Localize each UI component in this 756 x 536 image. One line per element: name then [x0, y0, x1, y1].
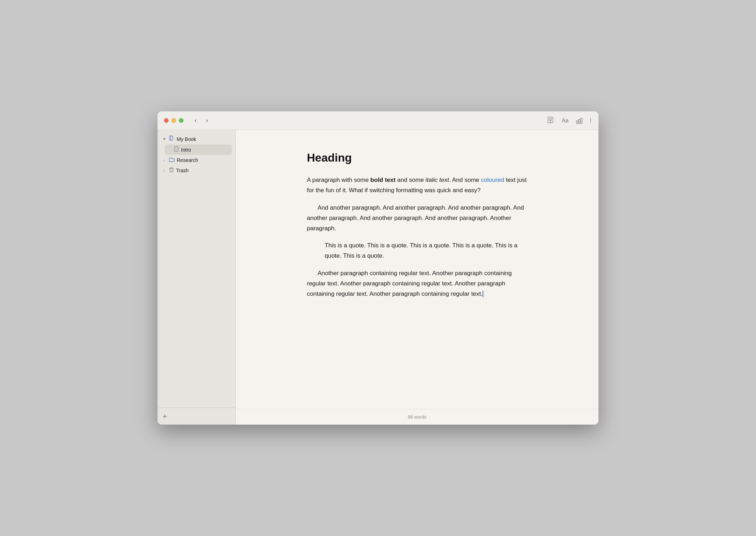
- sidebar-content: ▾ My Book Intro › Research: [158, 130, 235, 408]
- document-icon: [169, 136, 175, 142]
- para1-before-bold: A paragraph with some: [307, 177, 371, 183]
- editor-quote: This is a quote. This is a quote. This i…: [325, 241, 527, 261]
- editor-area: Heading A paragraph with some bold text …: [236, 130, 598, 425]
- para1-between: and some: [395, 177, 425, 183]
- bookmark-icon[interactable]: [547, 117, 554, 125]
- trash-icon: [169, 167, 174, 174]
- word-count: 98 words: [408, 414, 427, 420]
- editor-paragraph-3: Another paragraph containing regular tex…: [307, 268, 527, 299]
- chevron-down-icon: ▾: [163, 137, 168, 141]
- sidebar-item-label-research: Research: [177, 157, 198, 163]
- app-window: ‹ › Aa i: [158, 111, 598, 425]
- para1-italic: italic text: [426, 177, 449, 183]
- svg-rect-3: [576, 121, 578, 124]
- chart-icon[interactable]: [576, 117, 583, 124]
- sidebar-item-intro[interactable]: Intro: [165, 144, 232, 155]
- editor-footer: 98 words: [236, 409, 598, 425]
- sidebar-item-research[interactable]: › Research: [160, 155, 233, 165]
- sidebar-item-trash[interactable]: › Trash: [160, 165, 233, 175]
- document-heading: Heading: [307, 151, 527, 164]
- main-area: ▾ My Book Intro › Research: [158, 130, 598, 425]
- svg-rect-6: [170, 136, 173, 140]
- svg-line-12: [171, 169, 171, 171]
- para1-colored: coloured: [481, 177, 504, 183]
- info-icon[interactable]: i: [590, 117, 591, 124]
- text-cursor: [483, 291, 483, 297]
- font-icon[interactable]: Aa: [561, 117, 569, 124]
- sidebar-item-mybook[interactable]: ▾ My Book: [160, 134, 233, 144]
- editor-paragraph-2: And another paragraph. And another parag…: [307, 203, 527, 234]
- para1-after-italic: . And some: [449, 177, 481, 183]
- forward-button[interactable]: ›: [202, 116, 212, 126]
- toolbar-tools: Aa i: [547, 117, 598, 125]
- svg-point-1: [549, 119, 552, 121]
- maximize-button[interactable]: [179, 118, 183, 123]
- sidebar-item-label-trash: Trash: [176, 168, 188, 173]
- page-icon: [174, 146, 179, 153]
- sidebar-item-label-mybook: My Book: [177, 136, 196, 142]
- para1-bold: bold text: [371, 177, 396, 183]
- minimize-button[interactable]: [171, 118, 176, 123]
- add-document-button[interactable]: +: [163, 412, 167, 420]
- editor-content[interactable]: Heading A paragraph with some bold text …: [278, 130, 556, 409]
- sidebar: ▾ My Book Intro › Research: [158, 130, 236, 425]
- traffic-lights: [158, 118, 183, 123]
- back-button[interactable]: ‹: [191, 116, 201, 126]
- svg-rect-5: [581, 118, 582, 124]
- svg-line-13: [172, 169, 172, 171]
- editor-paragraph-1: A paragraph with some bold text and some…: [307, 175, 527, 196]
- folder-icon: [169, 157, 175, 163]
- sidebar-footer: +: [158, 408, 235, 425]
- chevron-right-icon: ›: [163, 158, 168, 162]
- titlebar: ‹ › Aa i: [158, 111, 598, 130]
- sidebar-item-label-intro: Intro: [181, 147, 191, 153]
- close-button[interactable]: [164, 118, 169, 123]
- svg-rect-4: [579, 119, 580, 124]
- chevron-right-trash-icon: ›: [163, 168, 168, 173]
